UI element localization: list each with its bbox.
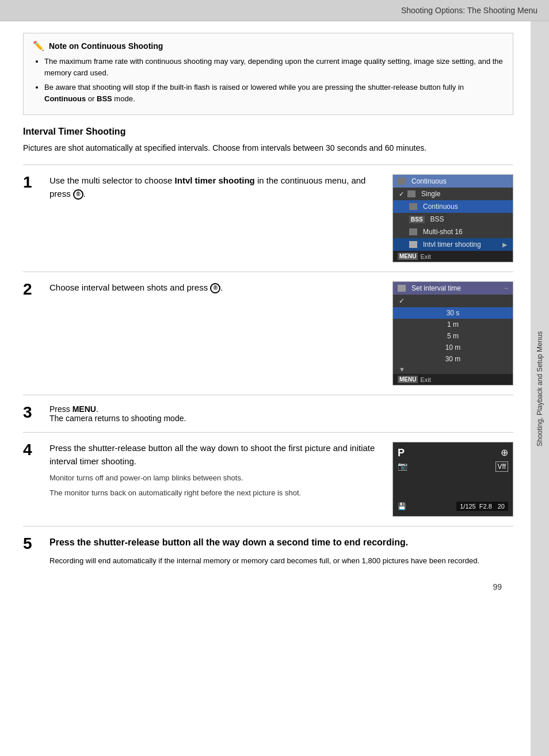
step-2-number: 2 xyxy=(23,281,40,297)
sidebar-right: Shooting, Playback and Setup Menus xyxy=(531,21,549,756)
check-mark-row: ✓ xyxy=(393,295,513,307)
ok-icon-2: ® xyxy=(210,283,220,293)
menu-item-continuous: Continuous xyxy=(393,200,513,213)
bold-bss: BSS xyxy=(97,94,112,103)
menu-item-bss: BSS BSS xyxy=(393,213,513,226)
vr-label: Vff xyxy=(495,461,508,472)
menu-header-1: Continuous xyxy=(393,175,513,188)
page-number: 99 xyxy=(23,576,513,597)
step-1-content: Use the multi selector to choose Intvl t… xyxy=(49,174,513,262)
settings-icon: ⊕ xyxy=(501,447,508,459)
step-3: 3 Press MENU. The camera returns to shoo… xyxy=(23,395,513,432)
menu-header-label: Continuous xyxy=(411,177,447,185)
note-list: The maximum frame rate with continuous s… xyxy=(33,56,504,104)
menu-item-intvl: Intvl timer shooting ▶ xyxy=(393,238,513,251)
step-5-header: 5 Press the shutter-release button all t… xyxy=(23,536,513,552)
menu-footer-1: MENU Exit xyxy=(393,251,513,262)
camera-top-row: P ⊕ xyxy=(398,447,508,459)
interval-30m: 30 m xyxy=(393,353,513,365)
step-3-description: Press MENU. xyxy=(49,404,513,414)
step-3-number: 3 xyxy=(23,404,40,421)
step-5-description: Press the shutter-release button all the… xyxy=(49,536,408,549)
step-4-number: 4 xyxy=(23,442,40,458)
step-1-screen: Continuous ✓ Single Continuous xyxy=(392,174,513,262)
interval-30s: 30 s xyxy=(393,307,513,319)
step-4-sub2: The monitor turns back on automatically … xyxy=(49,487,383,499)
step-5-number: 5 xyxy=(23,536,40,552)
note-icon: ✏️ xyxy=(33,40,44,51)
bss-icon: BSS xyxy=(409,216,425,223)
step-3-subtext: The camera returns to shooting mode. xyxy=(49,414,513,423)
interval-header-label: Set interval time xyxy=(411,284,461,292)
continuous-icon xyxy=(398,178,406,185)
step-4-screen: P ⊕ 📷 Vff 💾 1/125 xyxy=(392,442,513,517)
step-4-main: Press the shutter-release button all the… xyxy=(49,442,513,517)
step-3-content: Press MENU. The camera returns to shooti… xyxy=(49,404,513,423)
step-1-number: 1 xyxy=(23,174,40,190)
step-2: 2 Choose interval between shots and pres… xyxy=(23,272,513,395)
header-title: Shooting Options: The Shooting Menu xyxy=(401,6,537,15)
main-content: ✏️ Note on Continuous Shooting The maxim… xyxy=(0,21,531,756)
note-bullet-1: The maximum frame rate with continuous s… xyxy=(44,56,504,78)
step-4: 4 Press the shutter-release button all t… xyxy=(23,432,513,526)
menu-item-single: ✓ Single xyxy=(393,188,513,200)
step-1-text: Use the multi selector to choose Intvl t… xyxy=(49,174,383,203)
step-1-description: Use the multi selector to choose Intvl t… xyxy=(49,174,383,200)
mode-p: P xyxy=(398,447,405,459)
sidebar-label: Shooting, Playback and Setup Menus xyxy=(536,331,544,446)
step-1-main: Use the multi selector to choose Intvl t… xyxy=(49,174,513,262)
step-5-text: Press the shutter-release button all the… xyxy=(49,536,408,552)
ok-button-icon: ® xyxy=(73,189,83,200)
camera-exposure-info: 1/125 F2.8 20 xyxy=(456,502,508,511)
section-intro: Pictures are shot automatically at speci… xyxy=(23,142,513,154)
menu-bold: MENU xyxy=(73,404,96,414)
multi-icon xyxy=(409,228,417,235)
step-5-sub: Recording will end automatically if the … xyxy=(49,555,513,567)
interval-header: Set interval time − xyxy=(393,282,513,295)
check-icon: ✓ xyxy=(399,190,404,198)
cont-icon-2 xyxy=(398,285,406,292)
step-1: 1 Use the multi selector to choose Intvl… xyxy=(23,165,513,272)
aperture-value: F2.8 xyxy=(479,503,492,510)
camera-icon: 📷 xyxy=(398,461,407,472)
page: Shooting Options: The Shooting Menu ✏️ N… xyxy=(0,0,549,756)
arrow-icon: ▶ xyxy=(502,241,507,249)
cont-icon xyxy=(409,203,417,210)
intvl-icon xyxy=(409,241,417,248)
step-2-main: Choose interval between shots and press … xyxy=(49,281,513,385)
step-5: 5 Press the shutter-release button all t… xyxy=(23,526,513,576)
note-title: ✏️ Note on Continuous Shooting xyxy=(33,40,504,51)
interval-footer: MENU Exit xyxy=(393,374,513,385)
step-2-text: Choose interval between shots and press … xyxy=(49,281,383,297)
step-4-description: Press the shutter-release button all the… xyxy=(49,442,383,468)
step-2-content: Choose interval between shots and press … xyxy=(49,281,513,385)
interval-5m: 5 m xyxy=(393,330,513,342)
shot-count: 20 xyxy=(498,503,505,510)
step-2-screen: Set interval time − ✓ 30 s 1 m 5 m 10 m xyxy=(392,281,513,385)
note-bullet-2: Be aware that shooting will stop if the … xyxy=(44,82,504,104)
menu-item-multishot: Multi-shot 16 xyxy=(393,226,513,238)
step-4-text: Press the shutter-release button all the… xyxy=(49,442,383,502)
bold-continuous: Continuous xyxy=(44,94,86,103)
menu-label-2: MENU xyxy=(398,376,418,383)
interval-1m: 1 m xyxy=(393,319,513,330)
single-icon xyxy=(407,190,415,197)
camera-bottom-row: 💾 1/125 F2.8 20 xyxy=(398,502,508,511)
step-2-description: Choose interval between shots and press … xyxy=(49,281,383,295)
down-arrow: ▼ xyxy=(393,365,513,374)
sd-icon: 💾 xyxy=(398,502,406,510)
minus-icon: − xyxy=(504,284,508,292)
step-4-sub1: Monitor turns off and power-on lamp blin… xyxy=(49,472,383,484)
menu-label: MENU xyxy=(398,253,418,260)
interval-10m: 10 m xyxy=(393,342,513,353)
shutter-value: 1/125 xyxy=(460,503,476,510)
note-box: ✏️ Note on Continuous Shooting The maxim… xyxy=(23,33,513,115)
section-title: Interval Timer Shooting xyxy=(23,127,513,137)
page-header: Shooting Options: The Shooting Menu xyxy=(0,0,549,21)
step-4-content: Press the shutter-release button all the… xyxy=(49,442,513,517)
